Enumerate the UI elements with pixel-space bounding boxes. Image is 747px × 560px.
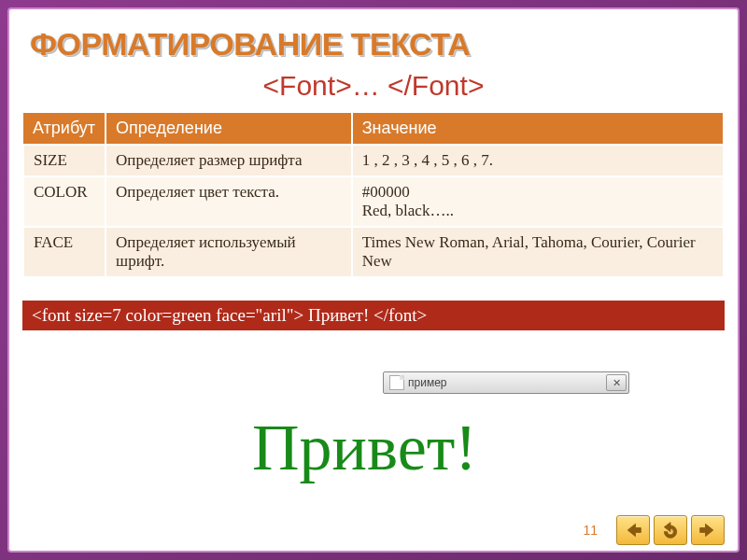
col-value: Значение: [352, 113, 724, 145]
col-attribute: Атрибут: [23, 113, 106, 145]
page-number: 11: [583, 523, 598, 538]
font-tag-subtitle: <Font>… </Font>: [9, 70, 738, 102]
rendered-output-text: Привет!: [252, 411, 477, 485]
cell-val: Times New Roman, Arial, Tahoma, Courier,…: [352, 227, 724, 277]
nav-home-button[interactable]: [654, 515, 687, 545]
cell-val: #00000 Red, black…..: [352, 176, 724, 227]
col-definition: Определение: [106, 113, 352, 145]
arrow-left-icon: [624, 521, 642, 539]
nav-prev-button[interactable]: [616, 515, 650, 545]
return-icon: [661, 521, 680, 539]
cell-attr: COLOR: [23, 176, 106, 227]
code-example-bar: <font size=7 color=green face="aril"> Пр…: [22, 301, 725, 330]
attributes-table: Атрибут Определение Значение SIZE Опреде…: [22, 113, 725, 278]
table-row: COLOR Определяет цвет текста. #00000 Red…: [23, 176, 724, 227]
nav-buttons: [616, 515, 725, 545]
table-row: FACE Определяет используемый шрифт. Time…: [23, 227, 724, 277]
cell-def: Определяет цвет текста.: [106, 176, 352, 227]
cell-attr: SIZE: [23, 145, 106, 176]
cell-attr: FACE: [23, 227, 106, 277]
cell-def: Определяет используемый шрифт.: [106, 227, 352, 277]
arrow-right-icon: [698, 521, 717, 539]
browser-tab-bar: пример ✕: [383, 371, 629, 394]
browser-tab-title: пример: [408, 376, 446, 389]
close-icon[interactable]: ✕: [606, 374, 627, 391]
page-icon: [389, 375, 404, 390]
slide-title: Форматирование текста: [9, 9, 738, 66]
table-row: SIZE Определяет размер шрифта 1 , 2 , 3 …: [23, 145, 724, 176]
cell-def: Определяет размер шрифта: [106, 145, 352, 176]
cell-val: 1 , 2 , 3 , 4 , 5 , 6 , 7.: [352, 145, 724, 176]
nav-next-button[interactable]: [691, 515, 725, 545]
slide-frame: Форматирование текста <Font>… </Font> Ат…: [7, 7, 740, 553]
table-header-row: Атрибут Определение Значение: [23, 113, 724, 145]
